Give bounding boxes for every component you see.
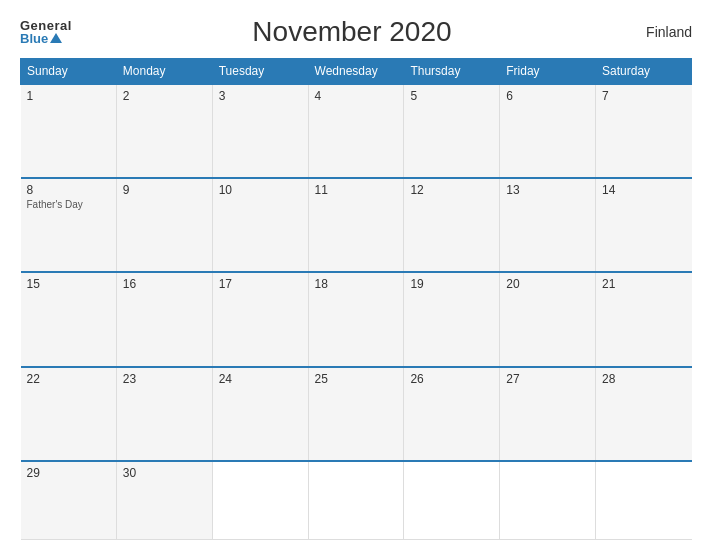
table-row: 5 [404,84,500,178]
table-row: 21 [596,272,692,366]
table-row: 23 [116,367,212,461]
day-number: 15 [27,277,110,291]
day-number: 3 [219,89,302,103]
day-number: 18 [315,277,398,291]
page: General Blue November 2020 Finland Sunda… [0,0,712,550]
table-row: 19 [404,272,500,366]
table-row: 29 [21,461,117,540]
day-number: 28 [602,372,685,386]
day-event-label: Father's Day [27,199,110,210]
day-number: 25 [315,372,398,386]
day-number: 23 [123,372,206,386]
day-number: 21 [602,277,685,291]
header: General Blue November 2020 Finland [20,16,692,48]
table-row: 2 [116,84,212,178]
col-friday: Friday [500,59,596,85]
table-row: 20 [500,272,596,366]
day-number: 1 [27,89,110,103]
col-saturday: Saturday [596,59,692,85]
table-row: 24 [212,367,308,461]
day-number: 14 [602,183,685,197]
day-number: 26 [410,372,493,386]
day-number: 27 [506,372,589,386]
day-number: 17 [219,277,302,291]
table-row: 22 [21,367,117,461]
day-number: 11 [315,183,398,197]
calendar-title: November 2020 [72,16,632,48]
table-row: 26 [404,367,500,461]
col-tuesday: Tuesday [212,59,308,85]
day-number: 7 [602,89,685,103]
table-row [404,461,500,540]
table-row: 12 [404,178,500,272]
table-row: 27 [500,367,596,461]
day-number: 5 [410,89,493,103]
day-number: 30 [123,466,206,480]
table-row: 28 [596,367,692,461]
table-row: 14 [596,178,692,272]
table-row [212,461,308,540]
col-monday: Monday [116,59,212,85]
day-number: 29 [27,466,110,480]
table-row: 25 [308,367,404,461]
country-label: Finland [632,24,692,40]
table-row: 8Father's Day [21,178,117,272]
table-row: 1 [21,84,117,178]
day-number: 2 [123,89,206,103]
table-row: 3 [212,84,308,178]
logo-blue-text: Blue [20,32,62,45]
table-row: 4 [308,84,404,178]
calendar-body: 12345678Father's Day91011121314151617181… [21,84,692,540]
calendar-week-row: 8Father's Day91011121314 [21,178,692,272]
calendar-header-row: Sunday Monday Tuesday Wednesday Thursday… [21,59,692,85]
logo-triangle-icon [50,33,62,43]
table-row: 7 [596,84,692,178]
table-row: 11 [308,178,404,272]
table-row: 9 [116,178,212,272]
table-row [308,461,404,540]
calendar-week-row: 1234567 [21,84,692,178]
day-number: 12 [410,183,493,197]
table-row [596,461,692,540]
table-row [500,461,596,540]
day-number: 13 [506,183,589,197]
table-row: 18 [308,272,404,366]
table-row: 15 [21,272,117,366]
col-sunday: Sunday [21,59,117,85]
day-number: 22 [27,372,110,386]
day-number: 20 [506,277,589,291]
calendar-table: Sunday Monday Tuesday Wednesday Thursday… [20,58,692,540]
logo: General Blue [20,19,72,45]
day-number: 24 [219,372,302,386]
col-wednesday: Wednesday [308,59,404,85]
calendar-week-row: 22232425262728 [21,367,692,461]
table-row: 30 [116,461,212,540]
day-number: 8 [27,183,110,197]
calendar-week-row: 2930 [21,461,692,540]
table-row: 10 [212,178,308,272]
day-number: 9 [123,183,206,197]
table-row: 13 [500,178,596,272]
table-row: 16 [116,272,212,366]
table-row: 6 [500,84,596,178]
day-number: 4 [315,89,398,103]
day-number: 10 [219,183,302,197]
table-row: 17 [212,272,308,366]
day-number: 6 [506,89,589,103]
col-thursday: Thursday [404,59,500,85]
day-number: 16 [123,277,206,291]
calendar-week-row: 15161718192021 [21,272,692,366]
day-number: 19 [410,277,493,291]
